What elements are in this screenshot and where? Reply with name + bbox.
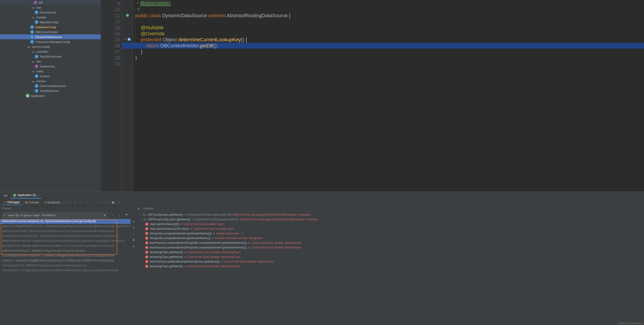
- chevron-down-icon: ˅: [28, 60, 30, 63]
- trace-icon[interactable]: ⊟: [116, 200, 122, 205]
- class-icon: C: [30, 35, 34, 39]
- variable-row[interactable]: !declaringClass.getName() = Cannot find …: [136, 254, 644, 259]
- frame-row[interactable]: invoke:-1, MybatisConfig$$EnhancerBySpri…: [0, 258, 131, 263]
- tree-item-testdbservice[interactable]: CTestDBService: [0, 88, 101, 93]
- variables-list[interactable]: ›ooJSFConfig.class.getName() = {ClassNot…: [136, 211, 644, 325]
- tree-item-dynamicdatasource[interactable]: CDynamicDataSource: [0, 34, 101, 39]
- folder-icon: ▬: [27, 45, 31, 49]
- tree-item-application[interactable]: CApplication: [0, 93, 101, 98]
- tree-label: TestDBService: [40, 89, 59, 93]
- variable-row[interactable]: !clazz.getAnnotation(JSF.class) = Cannot…: [136, 226, 644, 231]
- class-icon: C: [30, 40, 34, 44]
- tree-item-mybatis[interactable]: ˅▬mybatis: [0, 15, 101, 20]
- variable-row[interactable]: ›ooJSFProxyConfig.class.getName() = {Cla…: [136, 217, 644, 222]
- drop-frame-icon[interactable]: ⤴: [96, 200, 101, 205]
- tree-item-studentdao[interactable]: IStudentDao: [0, 64, 101, 69]
- code-text: *: [135, 1, 140, 6]
- code-area[interactable]: * @Description: */ public class DynamicD…: [133, 0, 644, 191]
- tree-item-dynamicaop[interactable]: CDynamicAop: [0, 10, 101, 15]
- console-icon: ▣: [25, 201, 28, 204]
- code-editor[interactable]: 910111213141516171819 ⬤ O↑◆ ● * @Descrip…: [101, 0, 644, 191]
- step-out-icon[interactable]: ↑: [90, 200, 95, 205]
- tree-label: entity: [36, 70, 43, 73]
- frame-row[interactable]: getConnection:169, AbstractRoutingDataSo…: [0, 229, 131, 234]
- frame-row[interactable]: determineTargetDataSource:201, AbstractR…: [0, 224, 131, 229]
- frame-row[interactable]: CGLIB$sqlSessionFactory$0:-1, MybatisCon…: [0, 253, 131, 258]
- endpoints-icon: ⚙: [44, 201, 46, 204]
- endpoints-tab[interactable]: ⚙ Endpoints: [42, 200, 62, 205]
- variable-row[interactable]: !declaringClass.getName() = Cannot find …: [136, 264, 644, 268]
- variable-row[interactable]: !StringUtils.uncapitalize(interf.getSimp…: [136, 231, 644, 236]
- close-icon[interactable]: ×: [37, 193, 39, 197]
- evaluate-icon[interactable]: ▦: [110, 200, 116, 205]
- project-tree[interactable]: IDB ˅▬aop CDynamicAop ˅▬mybatis CMybatis…: [0, 0, 101, 191]
- frames-list[interactable]: determineCurrentLookupKey:16, DynamicDat…: [0, 219, 131, 325]
- folder-icon: ▬: [31, 59, 35, 63]
- class-icon: C: [34, 74, 38, 78]
- thread-selector[interactable]: ✔ "main"@1 in group "main": RUNNING ▾: [2, 212, 107, 218]
- threads-icon[interactable]: ≡: [63, 200, 68, 205]
- variable-row[interactable]: !beanFactory.containsBean(StringUtils.un…: [136, 240, 644, 245]
- interface-icon: I: [34, 1, 38, 5]
- code-text: }: [135, 49, 644, 55]
- filter-icon[interactable]: ⧩: [124, 212, 129, 218]
- frame-row[interactable]: invokeSuper:244, MethodProxy (org.spring…: [0, 263, 131, 268]
- tree-label: aop: [36, 6, 41, 9]
- frame-row[interactable]: determineCurrentLookupKey:16, DynamicDat…: [0, 219, 131, 224]
- tree-item-controller[interactable]: ˅▬controller: [0, 49, 101, 54]
- tree-item-mybatisconfig[interactable]: CMybatisConfig: [0, 20, 101, 25]
- run-to-cursor-icon[interactable]: →|: [101, 200, 106, 205]
- link-icon[interactable]: ∞: [131, 243, 136, 249]
- tree-label: TransactionManagerConfig: [35, 40, 70, 44]
- code-text: @Nullable: [141, 25, 164, 30]
- bean-icon: ⬤: [126, 14, 129, 17]
- chevron-down-icon: ˅: [28, 70, 30, 73]
- variable-row[interactable]: !beanFactory.containsBean(declaringClass…: [136, 259, 644, 264]
- tree-item-othertestdbservice[interactable]: COtherTestDBService: [0, 84, 101, 88]
- frame-row[interactable]: afterPropertiesSet:387, MybatisSqlSessio…: [0, 239, 131, 243]
- run-tab-application[interactable]: ⬤Application (3)×: [10, 192, 42, 199]
- step-over-icon[interactable]: ↷: [72, 200, 78, 205]
- code-text: return: [146, 43, 159, 49]
- tree-item-db[interactable]: IDB: [0, 0, 101, 5]
- debugger-tab[interactable]: ✔ Debugger: [2, 200, 22, 205]
- variable-row[interactable]: ›ooJSFConfig.class.getName() = {ClassNot…: [136, 212, 644, 217]
- prev-frame-icon[interactable]: ↑: [110, 212, 116, 218]
- frame-row[interactable]: buildSqlSessionFactory:601, MybatisSqlSe…: [0, 234, 131, 239]
- code-text: extends: [208, 13, 226, 18]
- variable-row[interactable]: !declaringClass.getName() = Cannot find …: [136, 250, 644, 254]
- frame-row[interactable]: sqlSessionFactory:41, MybatisConfig (com…: [0, 248, 131, 253]
- tree-item-service[interactable]: ˅▬service: [0, 79, 101, 84]
- variable-row[interactable]: !clazz.getInterfaces()[0] = Cannot find …: [136, 222, 644, 226]
- tree-label: DBContextHolder: [35, 30, 58, 34]
- next-frame-icon[interactable]: ↓: [117, 212, 122, 218]
- tree-label: DynamicAop: [40, 11, 56, 14]
- variable-row[interactable]: !beanFactory.containsBean(StringUtils.un…: [136, 245, 644, 250]
- tree-item-dao[interactable]: ˅▬dao: [0, 59, 101, 64]
- tree-item-testdbcontroller[interactable]: CTestDBController: [0, 54, 101, 59]
- folder-icon: ▬: [31, 5, 35, 9]
- code-text: () {: [241, 37, 247, 43]
- tree-item-aop[interactable]: ˅▬aop: [0, 5, 101, 10]
- variable-row[interactable]: !StringUtils.uncapitalize(interf.getSimp…: [136, 236, 644, 240]
- console-tab[interactable]: ▣ Console: [23, 200, 41, 205]
- up-icon[interactable]: ▴: [131, 218, 136, 224]
- code-text: ();: [214, 43, 218, 49]
- tree-item-entity[interactable]: ˅▬entity: [0, 69, 101, 74]
- step-into-icon[interactable]: ↓: [78, 200, 84, 205]
- debugger-label: ug:: [1, 192, 10, 198]
- copy-icon[interactable]: ⧉: [131, 237, 136, 243]
- add-watch-icon[interactable]: +: [136, 206, 141, 211]
- class-icon: C: [34, 20, 38, 24]
- collapse-icon[interactable]: ▫: [131, 231, 136, 236]
- frame-row[interactable]: intercept:331, ConfigurationClassEnhance…: [0, 268, 131, 273]
- tree-item-databaseconfig[interactable]: CDatabaseConfig: [0, 25, 101, 30]
- tree-item-student[interactable]: CStudent: [0, 74, 101, 79]
- force-step-into-icon[interactable]: ↓: [84, 200, 89, 205]
- down-icon[interactable]: ▾: [131, 225, 136, 230]
- tree-item-txnmanagerconfig[interactable]: CTransactionManagerConfig: [0, 39, 101, 44]
- code-text: public: [135, 13, 148, 18]
- tree-item-servicetestdb[interactable]: ˅▬service.testdb: [0, 44, 101, 49]
- tree-item-dbcontextholder[interactable]: CDBContextHolder: [0, 30, 101, 34]
- frame-row[interactable]: getObject:685, MybatisSqlSessionFactoryB…: [0, 243, 131, 248]
